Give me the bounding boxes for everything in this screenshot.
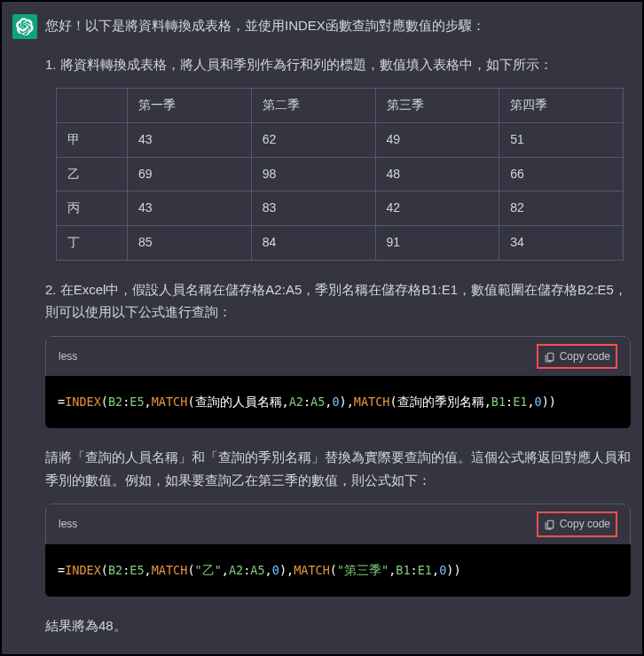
step-2-body: 在Excel中，假設人員名稱在儲存格A2:A5，季別名稱在儲存格B1:E1，數值… [45,282,627,320]
table-cell: 84 [251,226,375,261]
step-1: 1. 將資料轉換成表格，將人員和季別作為行和列的標題，數值填入表格中，如下所示：… [45,53,631,261]
step-2-text: 2. 在Excel中，假設人員名稱在儲存格A2:A5，季別名稱在儲存格B1:E1… [45,278,631,324]
code-body: =INDEX(B2:E5,MATCH("乙",A2:A5,0),MATCH("第… [45,544,631,597]
result-text: 結果將為48。 [45,614,631,637]
openai-logo-icon [16,18,34,35]
table-cell: 34 [499,226,624,261]
code-block-2: less Copy code =INDEX(B2:E5,MATCH("乙",A2… [45,504,631,596]
table-cell: 85 [128,226,252,261]
code-header: less Copy code [45,504,631,543]
code-language: less [59,348,77,365]
table-row: 乙 69 98 48 66 [57,157,624,191]
code-language: less [59,515,77,533]
table-header: 第一季 [128,89,252,123]
table-cell: 91 [375,226,499,261]
step-2: 2. 在Excel中，假設人員名稱在儲存格A2:A5，季別名稱在儲存格B1:E1… [45,278,631,428]
table-cell: 甲 [57,122,128,157]
svg-rect-0 [547,353,554,361]
table-cell: 43 [128,191,252,226]
data-table: 第一季 第二季 第三季 第四季 甲 43 62 49 51 [56,88,624,261]
copy-code-button[interactable]: Copy code [537,512,617,536]
chatgpt-avatar [12,14,37,39]
table-cell: 51 [499,122,624,157]
step-1-number: 1. [45,57,57,72]
table-header: 第二季 [251,89,375,123]
table-row: 丙 43 83 42 82 [57,191,624,226]
table-row: 丁 85 84 91 34 [57,226,624,261]
table-cell: 乙 [57,157,128,191]
table-header: 第三季 [375,89,499,123]
table-cell: 49 [375,122,499,157]
table-cell: 69 [128,157,252,191]
message-content: 您好！以下是將資料轉換成表格，並使用INDEX函數查詢對應數值的步驟： 1. 將… [42,2,643,654]
code-block-1: less Copy code =INDEX(B2:E5,MATCH(查詢的人員名… [45,336,631,428]
table-cell: 48 [375,157,499,191]
step-1-body: 將資料轉換成表格，將人員和季別作為行和列的標題，數值填入表格中，如下所示： [60,57,553,72]
clipboard-icon [544,519,555,530]
code-body: =INDEX(B2:E5,MATCH(查詢的人員名稱,A2:A5,0),MATC… [45,376,631,428]
chat-container: 您好！以下是將資料轉換成表格，並使用INDEX函數查詢對應數值的步驟： 1. 將… [0,0,644,656]
table-header: 第四季 [499,89,624,123]
svg-rect-1 [547,520,554,528]
table-header-row: 第一季 第二季 第三季 第四季 [57,89,624,123]
table-cell: 66 [499,157,624,191]
explanation-paragraph: 請將「查詢的人員名稱」和「查詢的季別名稱」替換為實際要查詢的值。這個公式將返回對… [45,446,631,491]
table-cell: 42 [375,191,499,226]
table-cell: 丙 [57,191,128,226]
table-cell: 83 [251,191,375,226]
copy-code-button[interactable]: Copy code [537,344,617,369]
intro-text: 您好！以下是將資料轉換成表格，並使用INDEX函數查詢對應數值的步驟： [45,14,631,37]
step-1-text: 1. 將資料轉換成表格，將人員和季別作為行和列的標題，數值填入表格中，如下所示： [45,53,631,76]
table-cell: 82 [499,191,624,226]
clipboard-icon [544,351,555,363]
step-2-number: 2. [45,282,57,297]
copy-code-label: Copy code [560,515,610,533]
table-cell: 62 [251,122,375,157]
table-cell: 98 [251,157,375,191]
table-header [57,89,128,123]
avatar-column [2,2,42,654]
copy-code-label: Copy code [560,348,610,365]
table-cell: 43 [128,122,252,157]
table-row: 甲 43 62 49 51 [57,122,624,157]
table-cell: 丁 [57,226,128,261]
code-header: less Copy code [45,336,631,376]
